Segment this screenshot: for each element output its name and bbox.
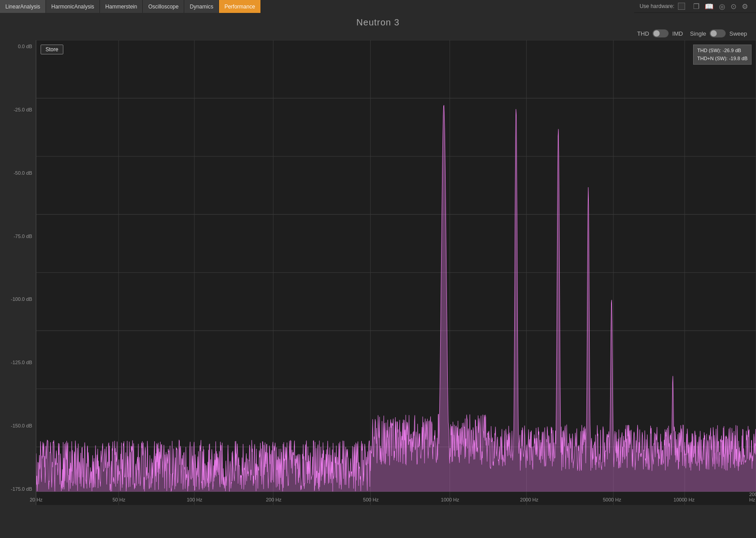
page-title: Neutron 3 [0,13,756,29]
header-row: Use hardware: ❐ 📖 ◎ ⊙ ⚙ [634,0,756,13]
x-label-1: 50 Hz [112,497,125,502]
top-nav: LinearAnalysisHarmonicAnalysisHammerstei… [0,0,756,13]
x-label-2: 100 Hz [187,497,202,502]
x-label-3: 200 Hz [266,497,281,502]
settings-icon[interactable]: ⚙ [742,2,748,11]
chart-wrapper: 0.0 dB-25.0 dB-50.0 dB-75.0 dB-100.0 dB-… [0,40,756,505]
info-box: THD (SW): -26.9 dB THD+N (SW): -19.8 dB [693,45,752,65]
chart-area: Store THD (SW): -26.9 dB THD+N (SW): -19… [36,40,756,505]
y-label-5: -125.0 dB [0,360,36,365]
thd-label: THD [637,30,649,37]
sweep-toggle[interactable] [710,29,726,37]
spectrum-display [36,40,756,505]
tab-linear[interactable]: LinearAnalysis [0,0,46,13]
tab-harmonic[interactable]: HarmonicAnalysis [46,0,100,13]
x-label-8: 10000 Hz [673,497,694,502]
thd-group: THD IMD [637,29,683,37]
y-label-3: -75.0 dB [0,234,36,239]
book-icon[interactable]: 📖 [705,2,714,11]
y-label-0: 0.0 dB [0,44,36,49]
y-axis: 0.0 dB-25.0 dB-50.0 dB-75.0 dB-100.0 dB-… [0,40,36,505]
tabs-container: LinearAnalysisHarmonicAnalysisHammerstei… [0,0,634,13]
store-button[interactable]: Store [41,45,63,54]
thd-sw-value: THD (SW): -26.9 dB [697,47,748,55]
y-label-7: -175.0 dB [0,486,36,492]
copy-icon[interactable]: ❐ [693,2,699,11]
eye-icon[interactable]: ◎ [719,2,725,11]
thdn-sw-value: THD+N (SW): -19.8 dB [697,55,748,63]
camera-icon[interactable]: ⊙ [731,2,736,11]
y-label-6: -150.0 dB [0,423,36,428]
y-label-4: -100.0 dB [0,296,36,302]
x-label-9: 20000 Hz [749,492,756,502]
tab-dynamics[interactable]: Dynamics [184,0,219,13]
controls-row: THD IMD Single Sweep [0,29,756,40]
use-hardware-label: Use hardware: [640,3,674,9]
tab-hammerstein[interactable]: Hammerstein [100,0,143,13]
hardware-checkbox[interactable] [678,3,685,10]
x-label-6: 2000 Hz [520,497,538,502]
x-label-5: 1000 Hz [441,497,459,502]
thd-toggle[interactable] [653,29,669,37]
sweep-group: Single Sweep [690,29,747,37]
single-label: Single [690,30,706,37]
x-label-7: 5000 Hz [603,497,621,502]
tab-performance[interactable]: Performance [219,0,261,13]
x-label-0: 20 Hz [30,497,43,502]
tab-oscilloscope[interactable]: Oscilloscope [143,0,184,13]
x-label-4: 500 Hz [363,497,379,502]
y-label-2: -50.0 dB [0,170,36,176]
y-label-1: -25.0 dB [0,107,36,112]
imd-label: IMD [672,30,683,37]
sweep-label: Sweep [729,30,747,37]
x-axis: 20 Hz50 Hz100 Hz200 Hz500 Hz1000 Hz2000 … [36,493,756,505]
